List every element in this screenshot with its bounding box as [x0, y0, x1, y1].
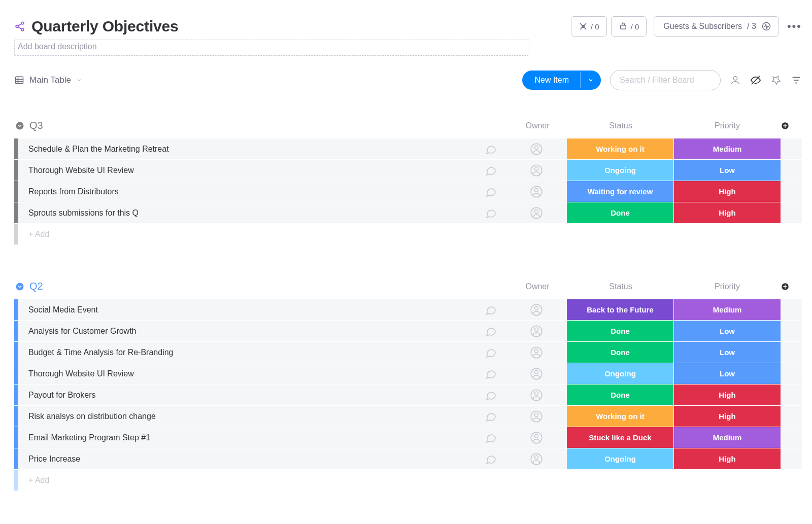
chat-icon[interactable]: [475, 160, 506, 181]
status-cell[interactable]: Ongoing: [567, 363, 673, 384]
chat-icon[interactable]: [475, 363, 506, 384]
item-name-cell[interactable]: Thorough Website UI Review: [18, 363, 475, 384]
priority-cell[interactable]: Medium: [674, 138, 781, 159]
group-title[interactable]: Q2: [29, 281, 43, 292]
status-cell[interactable]: Waiting for review: [567, 181, 673, 202]
column-header-status[interactable]: Status: [567, 121, 674, 130]
table-row[interactable]: Email Marketing Program Step #1 Stuck li…: [14, 427, 802, 448]
item-name-cell[interactable]: Social Media Event: [18, 299, 475, 320]
priority-cell[interactable]: High: [674, 181, 781, 202]
owner-cell[interactable]: [506, 363, 566, 384]
owner-cell[interactable]: [506, 448, 566, 469]
add-item-row[interactable]: + Add: [14, 224, 802, 245]
priority-cell[interactable]: High: [674, 406, 781, 427]
table-row[interactable]: Analysis for Customer Growth Done Low: [14, 321, 802, 342]
priority-cell[interactable]: Low: [674, 363, 781, 384]
hide-columns-button[interactable]: [750, 75, 761, 86]
chat-icon[interactable]: [475, 448, 506, 469]
item-name-cell[interactable]: Schedule & Plan the Marketing Retreat: [18, 138, 475, 159]
table-row[interactable]: Thorough Website UI Review Ongoing Low: [14, 363, 802, 385]
column-header-owner[interactable]: Owner: [507, 121, 567, 130]
priority-cell[interactable]: Medium: [674, 427, 781, 448]
priority-cell[interactable]: High: [674, 385, 781, 405]
item-name-cell[interactable]: Risk analsys on distribution change: [18, 406, 475, 427]
chat-icon[interactable]: [475, 299, 506, 320]
column-header-owner[interactable]: Owner: [507, 282, 567, 291]
owner-cell[interactable]: [506, 406, 566, 427]
table-row[interactable]: Thorough Website UI Review Ongoing Low: [14, 160, 802, 181]
column-header-priority[interactable]: Priority: [674, 282, 781, 291]
item-name-cell[interactable]: Budget & Time Analysis for Re-Branding: [18, 342, 475, 363]
priority-cell[interactable]: Low: [674, 321, 781, 341]
owner-cell[interactable]: [506, 299, 566, 320]
add-column-button[interactable]: [781, 282, 802, 291]
add-item-label[interactable]: + Add: [18, 224, 802, 244]
status-cell[interactable]: Done: [567, 342, 673, 363]
status-cell[interactable]: Back to the Future: [567, 299, 673, 320]
item-name-cell[interactable]: Email Marketing Program Step #1: [18, 427, 475, 448]
search-input[interactable]: Search / Filter Board: [610, 70, 721, 90]
chat-icon[interactable]: [475, 406, 506, 427]
pin-button[interactable]: [770, 75, 782, 86]
sort-filter-button[interactable]: [791, 75, 802, 86]
add-column-button[interactable]: [781, 121, 802, 130]
group-title[interactable]: Q3: [29, 120, 43, 131]
owner-cell[interactable]: [506, 385, 566, 405]
more-menu-button[interactable]: •••: [787, 20, 802, 33]
status-cell[interactable]: Done: [567, 202, 673, 223]
owner-cell[interactable]: [506, 202, 566, 223]
integrations-button[interactable]: / 0: [611, 16, 647, 37]
owner-cell[interactable]: [506, 160, 566, 181]
status-cell[interactable]: Ongoing: [567, 160, 673, 181]
item-name-cell[interactable]: Payout for Brokers: [18, 385, 475, 405]
column-header-status[interactable]: Status: [567, 282, 674, 291]
new-item-dropdown[interactable]: [580, 72, 601, 88]
table-row[interactable]: Price Increase Ongoing High: [14, 448, 802, 470]
status-cell[interactable]: Done: [567, 321, 673, 341]
status-cell[interactable]: Done: [567, 385, 673, 405]
share-icon[interactable]: [14, 21, 25, 32]
owner-cell[interactable]: [506, 138, 566, 159]
add-item-row[interactable]: + Add: [14, 470, 802, 491]
automations-button[interactable]: / 0: [571, 16, 607, 37]
chat-icon[interactable]: [475, 385, 506, 405]
table-row[interactable]: Sprouts submissions for this Q Done High: [14, 202, 802, 224]
chat-icon[interactable]: [475, 138, 506, 159]
table-row[interactable]: Payout for Brokers Done High: [14, 385, 802, 406]
priority-cell[interactable]: Low: [674, 342, 781, 363]
priority-cell[interactable]: Low: [674, 160, 781, 181]
status-cell[interactable]: Stuck like a Duck: [567, 427, 673, 448]
group-collapse-toggle[interactable]: [14, 281, 25, 292]
status-cell[interactable]: Working on it: [567, 406, 673, 427]
chat-icon[interactable]: [475, 427, 506, 448]
column-header-priority[interactable]: Priority: [674, 121, 781, 130]
priority-cell[interactable]: High: [674, 202, 781, 223]
guests-subscribers-button[interactable]: Guests & Subscribers / 3: [654, 16, 779, 37]
item-name-cell[interactable]: Sprouts submissions for this Q: [18, 202, 475, 223]
table-row[interactable]: Risk analsys on distribution change Work…: [14, 406, 802, 427]
priority-cell[interactable]: High: [674, 448, 781, 469]
owner-cell[interactable]: [506, 321, 566, 341]
item-name-cell[interactable]: Analysis for Customer Growth: [18, 321, 475, 341]
person-filter-button[interactable]: [730, 75, 741, 86]
item-name-cell[interactable]: Price Increase: [18, 448, 475, 469]
table-row[interactable]: Schedule & Plan the Marketing Retreat Wo…: [14, 138, 802, 160]
chat-icon[interactable]: [475, 181, 506, 202]
priority-cell[interactable]: Medium: [674, 299, 781, 320]
table-row[interactable]: Budget & Time Analysis for Re-Branding D…: [14, 342, 802, 363]
table-row[interactable]: Reports from Distributors Waiting for re…: [14, 181, 802, 202]
chat-icon[interactable]: [475, 202, 506, 223]
board-title[interactable]: Quarterly Objectives: [31, 18, 178, 35]
item-name-cell[interactable]: Reports from Distributors: [18, 181, 475, 202]
group-collapse-toggle[interactable]: [14, 120, 25, 131]
status-cell[interactable]: Ongoing: [567, 448, 673, 469]
table-row[interactable]: Social Media Event Back to the Future Me…: [14, 299, 802, 321]
owner-cell[interactable]: [506, 181, 566, 202]
board-description-input[interactable]: Add board description: [14, 40, 529, 56]
new-item-button[interactable]: New Item: [522, 71, 601, 90]
owner-cell[interactable]: [506, 427, 566, 448]
add-item-label[interactable]: + Add: [18, 470, 802, 491]
view-selector[interactable]: Main Table: [14, 75, 82, 85]
status-cell[interactable]: Working on it: [567, 138, 673, 159]
chat-icon[interactable]: [475, 321, 506, 341]
